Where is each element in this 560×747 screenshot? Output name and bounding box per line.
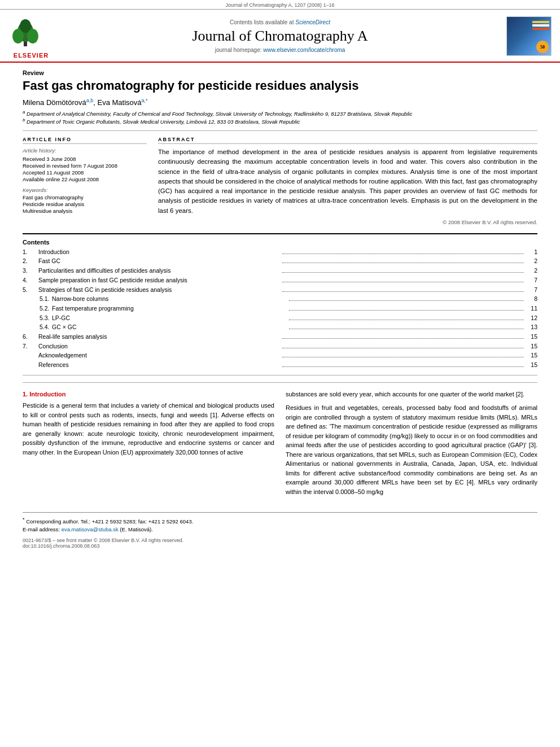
- cover-stripe-1: [532, 21, 549, 23]
- author1-super: a,b: [86, 98, 94, 103]
- cover-stripes: [532, 21, 549, 30]
- elsevier-logo-area: ELSEVIER: [0, 14, 62, 58]
- contents-item-page: 11: [526, 304, 537, 313]
- journal-meta-text: Journal of Chromatography A, 1207 (2008)…: [225, 2, 334, 8]
- copyright-line: © 2008 Elsevier B.V. All rights reserved…: [158, 219, 537, 225]
- contents-item-label: GC × GC: [52, 323, 287, 331]
- contents-item-num: 3.: [23, 267, 38, 275]
- revised-date: Received in revised form 7 August 2008: [23, 163, 147, 169]
- contents-item: 7.Conclusion15: [23, 342, 537, 351]
- contents-item-label: Acknowledgement: [38, 351, 280, 360]
- contents-item-num: 7.: [23, 342, 38, 351]
- article-info-col: ARTICLE INFO Article history: Received 3…: [23, 137, 147, 225]
- info-abstract-section: ARTICLE INFO Article history: Received 3…: [23, 130, 537, 225]
- contents-item-page: 15: [526, 342, 537, 351]
- contents-item-num: 2.: [23, 257, 38, 265]
- abstract-col: ABSTRACT The importance of method develo…: [158, 137, 537, 225]
- footnote-area: * Corresponding author. Tel.: +421 2 593…: [23, 512, 537, 549]
- bottom-meta: 0021-9673/$ – see front matter © 2008 El…: [23, 538, 537, 549]
- footnote-email-line: E-mail address: eva.matisova@stuba.sk (E…: [23, 526, 537, 533]
- contents-item-page: 8: [526, 295, 537, 303]
- author1-name: Milena Dömötörová: [23, 99, 86, 107]
- contents-item-dots: [282, 291, 524, 292]
- contents-item-dots: [282, 263, 524, 263]
- body-left-col: 1. Introduction Pesticide is a general t…: [23, 390, 274, 501]
- contents-item-page: 7: [526, 276, 537, 285]
- footnote-email[interactable]: eva.matisova@stuba.sk: [62, 526, 119, 532]
- contents-item: 5.Strategies of fast GC in pesticide res…: [23, 286, 537, 294]
- contents-item-page: 12: [526, 314, 537, 322]
- journal-cover-thumbnail: 50: [506, 16, 552, 56]
- contents-item-num: 6.: [23, 333, 38, 341]
- contents-item-label: Fast temperature programming: [52, 304, 287, 313]
- contents-item-page: 2: [526, 257, 537, 265]
- author2-name: Eva Matisová: [97, 99, 141, 107]
- contents-item-num: 5.: [23, 286, 38, 294]
- journal-title: Journal of Chromatography A: [192, 28, 368, 45]
- contents-item: 5.4.GC × GC13: [23, 323, 537, 331]
- elsevier-tree-icon: [6, 19, 45, 49]
- journal-header: ELSEVIER Contents lists available at Sci…: [0, 10, 560, 63]
- contents-item: 1.Introduction1: [23, 248, 537, 256]
- contents-item: 3.Particularities and difficulties of pe…: [23, 267, 537, 275]
- intro-para1: Pesticide is a general term that include…: [23, 401, 274, 457]
- journal-homepage: journal homepage: www.elsevier.com/locat…: [215, 47, 345, 53]
- body-right-col: substances are sold every year, which ac…: [286, 390, 537, 501]
- contents-item: References15: [23, 361, 537, 369]
- intro-heading: 1. Introduction: [23, 390, 274, 399]
- affiliations: a Department of Analytical Chemistry, Fa…: [23, 110, 537, 125]
- contents-item-dots: [289, 329, 524, 329]
- contents-item-label: LP-GC: [52, 314, 287, 322]
- abstract-text: The importance of method development in …: [158, 147, 537, 216]
- contents-item: 5.1.Narrow-bore columns8: [23, 295, 537, 303]
- contents-item: 5.3.LP-GC12: [23, 314, 537, 322]
- contents-item: 4.Sample preparation in fast GC pesticid…: [23, 276, 537, 285]
- contents-item-page: 15: [526, 351, 537, 360]
- contents-item-page: 7: [526, 286, 537, 294]
- contents-item-page: 13: [526, 323, 537, 331]
- footnote-corresponding: * Corresponding author. Tel.: +421 2 593…: [23, 516, 537, 525]
- kw1: Fast gas chromatography: [23, 194, 147, 200]
- history-label: Article history:: [23, 147, 147, 154]
- journal-title-area: Contents lists available at ScienceDirec…: [62, 14, 498, 58]
- accepted-date: Accepted 11 August 2008: [23, 169, 147, 176]
- contents-item-dots: [282, 366, 524, 367]
- contents-item-label: Strategies of fast GC in pesticide resid…: [38, 286, 280, 294]
- contents-item-label: Sample preparation in fast GC pesticide …: [38, 276, 280, 285]
- contents-available-text: Contents lists available at: [230, 19, 294, 25]
- contents-item-dots: [282, 254, 524, 254]
- contents-item: Acknowledgement15: [23, 351, 537, 360]
- contents-item-page: 1: [526, 248, 537, 256]
- contents-item-label: Conclusion: [38, 342, 280, 351]
- cover-stripe-3: [532, 28, 549, 30]
- contents-item: 2.Fast GC2: [23, 257, 537, 265]
- page: Journal of Chromatography A, 1207 (2008)…: [0, 0, 560, 747]
- contents-item: 6.Real-life samples analysis15: [23, 333, 537, 341]
- sciencedirect-link[interactable]: ScienceDirect: [295, 19, 330, 25]
- contents-item-label: Introduction: [38, 248, 280, 256]
- article-authors: Milena Dömötörováa,b, Eva Matisováa,*: [23, 98, 537, 107]
- contents-item-page: 15: [526, 333, 537, 341]
- affil-a: a Department of Analytical Chemistry, Fa…: [23, 110, 537, 117]
- contents-item-num: 5.1.: [40, 295, 52, 303]
- journal-meta: Journal of Chromatography A, 1207 (2008)…: [0, 0, 560, 10]
- cover-stripe-2: [532, 24, 549, 27]
- elsevier-logo: ELSEVIER: [6, 19, 56, 53]
- contents-item-dots: [289, 310, 524, 311]
- sciencedirect-bar: Contents lists available at ScienceDirec…: [230, 19, 330, 25]
- intro-section-title: Introduction: [29, 391, 65, 397]
- article-body: Review Fast gas chromatography for pesti…: [0, 63, 560, 560]
- contents-item-dots: [282, 357, 524, 357]
- email-note: (E. Matisová).: [120, 526, 153, 532]
- contents-item-num: 4.: [23, 276, 38, 285]
- homepage-label: journal homepage:: [215, 47, 262, 53]
- intro-para3: Residues in fruit and vegetables, cereal…: [286, 403, 537, 496]
- svg-point-4: [20, 19, 31, 33]
- intro-section-num: 1.: [23, 391, 28, 397]
- elsevier-text: ELSEVIER: [6, 52, 56, 59]
- article-dates: Received 3 June 2008 Received in revised…: [23, 156, 147, 182]
- contents-item-dots: [282, 282, 524, 282]
- homepage-url[interactable]: www.elsevier.com/locate/chroma: [263, 47, 345, 53]
- contents-item-num: 5.3.: [40, 314, 52, 322]
- affil-b: b Department of Toxic Organic Pollutants…: [23, 117, 537, 125]
